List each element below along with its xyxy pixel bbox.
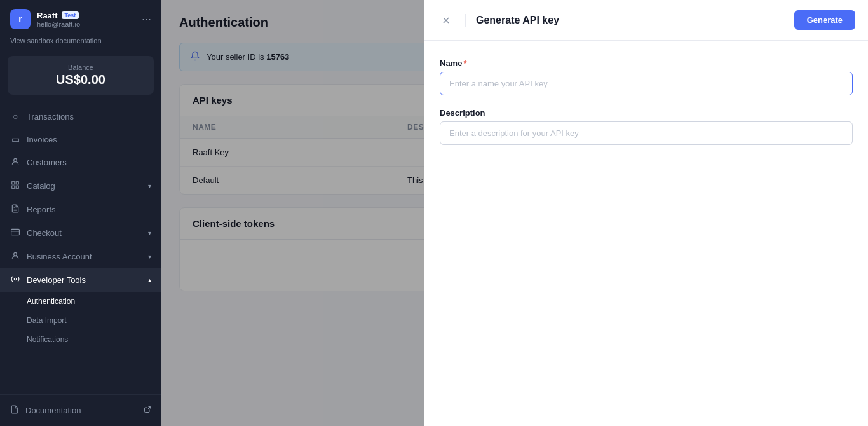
modal-divider [465, 14, 466, 27]
sidebar-item-transactions[interactable]: ○ Transactions [0, 105, 161, 128]
svg-point-0 [14, 158, 17, 161]
sidebar-item-business-account[interactable]: Business Account ▾ [0, 245, 161, 268]
documentation-link[interactable]: Documentation [10, 401, 151, 420]
name-label: Name* [440, 58, 853, 68]
modal-body: Name* Description [424, 41, 868, 426]
sidebar-item-label: Reports [27, 205, 56, 214]
svg-rect-1 [12, 182, 15, 184]
sidebar: r Raaft Test hello@raaft.io ··· View san… [0, 0, 161, 426]
seller-id-text: Your seller ID is 15763 [207, 52, 289, 62]
sidebar-footer: Documentation [0, 394, 161, 426]
col-name: Name [193, 123, 407, 132]
reports-icon [10, 204, 20, 215]
svg-rect-3 [12, 186, 15, 188]
brand-badge: Test [62, 11, 79, 19]
sidebar-item-label: Invoices [27, 135, 57, 144]
brand-info: Raaft Test hello@raaft.io [37, 11, 80, 28]
transactions-icon: ○ [10, 111, 20, 121]
description-form-group: Description [440, 108, 853, 145]
catalog-icon [10, 181, 20, 191]
sidebar-item-label: Customers [27, 158, 67, 167]
sandbox-link[interactable]: View sandbox documentation [0, 36, 161, 51]
modal-header: Generate API key Generate [424, 0, 868, 41]
brand-logo: r [10, 9, 31, 29]
checkout-icon [10, 228, 20, 238]
balance-value: US$0.00 [15, 72, 146, 87]
sidebar-item-label: Transactions [27, 112, 74, 121]
sidebar-item-label: Business Account [27, 252, 92, 261]
more-options-icon[interactable]: ··· [142, 13, 151, 26]
sidebar-header: r Raaft Test hello@raaft.io ··· [0, 0, 161, 36]
sidebar-item-notifications[interactable]: Notifications [0, 330, 161, 349]
sidebar-item-label: Checkout [27, 228, 62, 238]
generate-api-key-modal: Generate API key Generate Name* Descript… [424, 0, 868, 426]
svg-point-9 [14, 252, 17, 256]
chevron-down-icon: ▾ [148, 230, 151, 237]
invoices-icon: ▭ [10, 134, 20, 144]
business-account-icon [10, 251, 20, 262]
sidebar-item-checkout[interactable]: Checkout ▾ [0, 221, 161, 245]
brand-name: Raaft Test [37, 11, 80, 20]
balance-label: Balance [15, 64, 146, 71]
chevron-up-icon: ▴ [148, 277, 151, 284]
generate-button[interactable]: Generate [794, 10, 855, 30]
sidebar-item-developer-tools[interactable]: Developer Tools ▴ [0, 268, 161, 292]
svg-rect-2 [16, 182, 18, 184]
row-name: Default [193, 175, 407, 185]
chevron-down-icon: ▾ [148, 182, 151, 189]
name-form-group: Name* [440, 58, 853, 95]
seller-id-value: 15763 [266, 52, 289, 62]
svg-point-10 [14, 278, 17, 280]
sidebar-item-data-import[interactable]: Data Import [0, 311, 161, 330]
brand-email: hello@raaft.io [37, 20, 80, 28]
sidebar-item-reports[interactable]: Reports [0, 198, 161, 221]
sidebar-item-customers[interactable]: Customers [0, 151, 161, 174]
sidebar-item-invoices[interactable]: ▭ Invoices [0, 128, 161, 151]
external-link-icon [144, 406, 151, 415]
developer-tools-icon [10, 275, 20, 285]
description-label: Description [440, 108, 853, 118]
documentation-icon [10, 405, 19, 416]
sidebar-item-label: Catalog [27, 181, 55, 191]
sidebar-item-catalog[interactable]: Catalog ▾ [0, 174, 161, 198]
svg-rect-4 [16, 186, 18, 188]
sidebar-item-label: Developer Tools [27, 275, 86, 285]
customers-icon [10, 157, 20, 168]
close-button[interactable] [437, 11, 455, 29]
sidebar-item-authentication[interactable]: Authentication [0, 292, 161, 311]
svg-rect-7 [11, 229, 20, 235]
description-input[interactable] [440, 121, 853, 145]
svg-line-11 [147, 407, 151, 411]
chevron-down-icon: ▾ [148, 253, 151, 260]
announcement-icon [190, 51, 200, 63]
sidebar-brand: r Raaft Test hello@raaft.io [10, 9, 80, 29]
row-name: Raaft Key [193, 148, 407, 157]
sidebar-nav: ○ Transactions ▭ Invoices Customers Cata… [0, 102, 161, 394]
name-input[interactable] [440, 72, 853, 95]
modal-title: Generate API key [476, 15, 784, 26]
balance-card: Balance US$0.00 [8, 56, 154, 95]
